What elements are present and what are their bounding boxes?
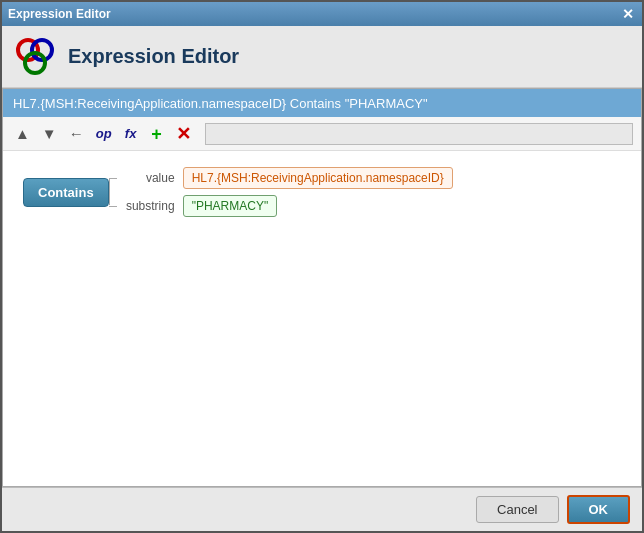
contains-operator-button[interactable]: Contains [23, 178, 109, 207]
title-bar-text: Expression Editor [8, 7, 111, 21]
fx-button[interactable]: fx [120, 125, 142, 142]
parameter-list: value HL7.{MSH:ReceivingApplication.name… [117, 167, 453, 217]
param-value-substring[interactable]: "PHARMACY" [183, 195, 278, 217]
ok-button[interactable]: OK [567, 495, 631, 524]
expression-body: Contains value HL7.{MSH:ReceivingApplica… [3, 151, 641, 486]
toolbar-input[interactable] [205, 123, 633, 145]
move-up-button[interactable]: ▲ [11, 124, 34, 143]
expression-editor-dialog: Expression Editor ✕ Expression Editor HL… [0, 0, 644, 533]
main-content: HL7.{MSH:ReceivingApplication.namespaceI… [2, 88, 642, 487]
header: Expression Editor [2, 26, 642, 88]
param-value-value[interactable]: HL7.{MSH:ReceivingApplication.namespaceI… [183, 167, 453, 189]
param-label-substring: substring [125, 199, 175, 213]
op-button[interactable]: op [92, 125, 116, 142]
param-row-substring: substring "PHARMACY" [117, 195, 453, 217]
toolbar: ▲ ▼ ← op fx + ✕ [3, 117, 641, 151]
cancel-button[interactable]: Cancel [476, 496, 558, 523]
header-title: Expression Editor [68, 45, 239, 68]
param-label-value: value [125, 171, 175, 185]
move-down-button[interactable]: ▼ [38, 124, 61, 143]
expression-display: HL7.{MSH:ReceivingApplication.namespaceI… [3, 89, 641, 117]
expression-node: Contains value HL7.{MSH:ReceivingApplica… [23, 167, 621, 217]
title-bar: Expression Editor ✕ [2, 2, 642, 26]
logo-icon [14, 36, 56, 78]
close-button[interactable]: ✕ [620, 7, 636, 21]
param-row-value: value HL7.{MSH:ReceivingApplication.name… [117, 167, 453, 189]
footer: Cancel OK [2, 487, 642, 531]
back-button[interactable]: ← [65, 124, 88, 143]
expression-text: HL7.{MSH:ReceivingApplication.namespaceI… [13, 96, 428, 111]
add-button[interactable]: + [146, 123, 168, 145]
delete-button[interactable]: ✕ [172, 123, 195, 145]
